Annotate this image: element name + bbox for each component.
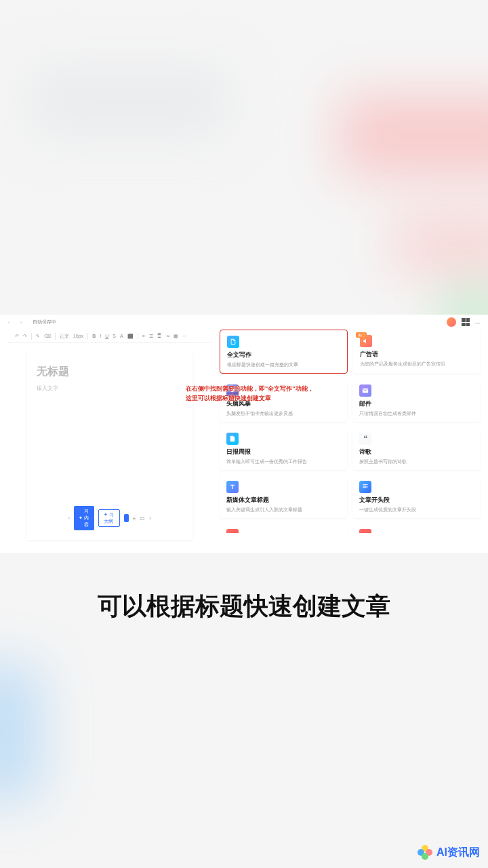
italic-icon[interactable]: I	[100, 334, 101, 338]
autosave-status: 自动保存中	[33, 319, 56, 326]
title-bar: ‹ › 自动保存中 —	[0, 315, 488, 330]
card-desc: 为您的产品及服务生成创意的广告宣传语	[360, 361, 473, 367]
flower-icon	[418, 845, 432, 860]
redo-icon[interactable]: ↷	[23, 334, 27, 339]
bold-icon[interactable]: B	[92, 334, 96, 338]
quote-icon: ❝	[359, 433, 371, 445]
undo-icon[interactable]: ↶	[15, 334, 19, 339]
doc-icon	[227, 336, 239, 348]
card-desc: 简单输入即可生成一份优秀的工作报告	[226, 458, 340, 465]
card-desc: 头脑发热不怕卡壳输出更多灵感	[226, 410, 340, 416]
red-icon	[226, 529, 239, 533]
doc-title-input[interactable]: 无标题	[37, 365, 183, 379]
more-icon[interactable]: ⋯	[182, 334, 187, 339]
align-icon[interactable]: ≡	[133, 515, 136, 521]
highlight-icon[interactable]: ⬛	[127, 334, 134, 339]
back-icon[interactable]: ‹	[8, 320, 15, 325]
clear-format-icon[interactable]: ⌫	[44, 334, 51, 339]
list-icon[interactable]: ☰	[149, 334, 153, 339]
headline-icon	[226, 481, 239, 493]
strike-icon[interactable]: S	[113, 334, 116, 338]
report-icon	[226, 433, 239, 445]
card-desc: 按照主题书写你的诗歌	[359, 458, 473, 465]
ai-content-button[interactable]: ✦ 习内容	[74, 506, 94, 530]
editor-pane: ↶ ↷ ✎ ⌫ 正文 16px B I U S A ⬛ ≡ ☰ ≣ ⇥	[8, 330, 211, 548]
format-paint-icon[interactable]: ✎	[36, 334, 40, 339]
sparkle-icon: ✦	[104, 512, 108, 517]
card-title: 邮件	[359, 399, 473, 408]
chevron-right-icon[interactable]: ›	[149, 515, 151, 521]
mail-icon	[359, 384, 371, 397]
templates-panel: 全文写作 根据标题快速创建一篇完整的文章 热门 广告语 为您的产品及服务生成创意…	[220, 330, 480, 548]
app-window: ‹ › 自动保存中 — ↶ ↷ ✎ ⌫ 正文 16px B I U S	[0, 315, 488, 553]
card-desc: 一键生成优质的文章开头段	[359, 507, 473, 513]
card-icon[interactable]: ▭	[140, 515, 145, 521]
watermark: AI资讯网	[418, 845, 480, 860]
paragraph-style[interactable]: 正文	[60, 333, 69, 340]
card-partial[interactable]	[352, 524, 480, 533]
card-desc: 只读情况自动生成各类邮件	[359, 410, 473, 416]
annotation-text: 在右侧中找到需要的功能，即"全文写作"功能， 这里可以根据标题快速创建文章	[186, 384, 314, 403]
page-indicator	[68, 517, 70, 519]
sparkle-icon: ✦	[79, 515, 83, 521]
table-icon[interactable]: ▦	[174, 334, 178, 339]
card-poem[interactable]: ❝ 诗歌 按照主题书写你的诗歌	[352, 427, 480, 470]
square-button[interactable]	[124, 514, 129, 522]
avatar[interactable]	[447, 317, 456, 327]
editor-footer-toolbar: ✦ 习内容 ✦ 习大纲 ≡ ▭ ›	[68, 506, 151, 530]
card-title: 广告语	[360, 350, 473, 359]
red-icon	[359, 529, 371, 533]
align-icon[interactable]: ≡	[142, 334, 145, 338]
doc-body-placeholder[interactable]: 输入文字	[37, 384, 183, 392]
card-title: 日报周报	[226, 448, 340, 456]
text-color-icon[interactable]: A	[120, 334, 123, 338]
card-opening-para[interactable]: 文章开头段 一键生成优质的文章开头段	[352, 475, 480, 518]
card-title: 文章开头段	[359, 496, 473, 505]
forward-icon[interactable]: ›	[20, 320, 27, 325]
card-full-writing[interactable]: 全文写作 根据标题快速创建一篇完整的文章	[220, 330, 348, 374]
ai-outline-button[interactable]: ✦ 习大纲	[98, 509, 120, 527]
card-desc: 输入关键词生成引人入胜的文章标题	[226, 507, 340, 513]
card-desc: 根据标题快速创建一篇完整的文章	[227, 361, 340, 368]
format-toolbar: ↶ ↷ ✎ ⌫ 正文 16px B I U S A ⬛ ≡ ☰ ≣ ⇥	[8, 330, 211, 343]
video-caption: 可以根据标题快速创建文章	[0, 590, 488, 623]
numbered-list-icon[interactable]: ≣	[157, 334, 161, 339]
card-email[interactable]: 邮件 只读情况自动生成各类邮件	[352, 379, 480, 422]
document-canvas[interactable]: 无标题 输入文字 ✦ 习内容 ✦ 习大纲 ≡ ▭ ›	[27, 351, 192, 540]
minimize-icon[interactable]: —	[475, 320, 480, 325]
card-ad-slogan[interactable]: 热门 广告语 为您的产品及服务生成创意的广告宣传语	[353, 330, 480, 374]
underline-icon[interactable]: U	[105, 334, 108, 338]
card-media-title[interactable]: 新媒体文章标题 输入关键词生成引人入胜的文章标题	[220, 475, 347, 518]
font-size[interactable]: 16px	[73, 334, 83, 338]
card-title: 诗歌	[359, 448, 473, 456]
card-title: 新媒体文章标题	[226, 496, 340, 505]
paragraph-icon	[359, 481, 371, 493]
card-partial[interactable]	[220, 524, 347, 533]
hot-badge: 热门	[356, 332, 367, 338]
card-report[interactable]: 日报周报 简单输入即可生成一份优秀的工作报告	[220, 427, 347, 470]
card-title: 全文写作	[227, 351, 340, 359]
apps-icon[interactable]	[462, 318, 470, 326]
indent-icon[interactable]: ⇥	[165, 334, 169, 339]
